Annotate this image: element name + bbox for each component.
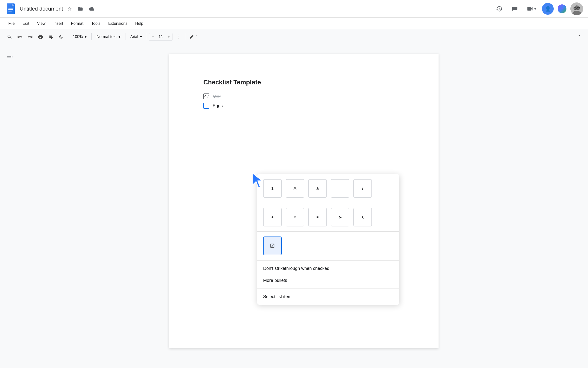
toolbar-divider-1 — [68, 33, 68, 40]
print-button[interactable] — [36, 32, 45, 41]
comments-icon — [511, 5, 518, 12]
document-content: Checklist Template ✓ Milk Eggs Bread — [203, 79, 404, 143]
decrease-font-size-button[interactable]: − — [150, 34, 155, 40]
cloud-save-button[interactable] — [87, 5, 96, 13]
zoom-value: 100% — [73, 35, 83, 39]
document-heading: Checklist Template — [203, 79, 404, 86]
bullet-star-option[interactable]: ★ — [353, 208, 372, 226]
bullet-checkbox-option[interactable]: ☑ — [263, 237, 282, 255]
comments-button[interactable] — [509, 3, 521, 15]
outline-icon — [6, 54, 13, 61]
spell-check-button[interactable] — [56, 32, 66, 41]
pencil-icon — [189, 34, 194, 39]
bullet-circle-option[interactable]: ○ — [286, 208, 304, 226]
chevron-up-icon: ⌃ — [577, 34, 581, 39]
title-bar-left: Untitled document ☆ — [5, 3, 493, 15]
bullet-disc-option[interactable]: ● — [263, 208, 282, 226]
star-icon: ☆ — [67, 6, 72, 12]
more-toolbar-options-button[interactable]: ⋮ — [173, 32, 183, 42]
increase-font-size-button[interactable]: + — [166, 34, 171, 40]
menu-format[interactable]: Format — [68, 19, 87, 28]
menu-extensions[interactable]: Extensions — [105, 19, 131, 28]
text-style-chevron-icon: ▾ — [119, 35, 120, 39]
text-style-selector[interactable]: Normal text ▾ — [94, 33, 123, 40]
bullet-numbered-option[interactable]: 1 — [263, 179, 282, 198]
toolbar-divider-4 — [147, 33, 147, 40]
outline-toggle-button[interactable] — [3, 52, 16, 66]
paint-format-button[interactable] — [46, 32, 55, 41]
spell-check-icon — [58, 34, 64, 39]
collapse-toolbar-button[interactable]: ⌃ — [576, 32, 583, 41]
bullet-arrow-option[interactable]: ➤ — [331, 208, 349, 226]
print-icon — [38, 34, 43, 39]
undo-button[interactable] — [15, 32, 24, 41]
font-size-area: − + — [149, 33, 173, 41]
checkbox-milk[interactable]: ✓ — [203, 93, 209, 99]
more-bullets-option[interactable]: More bullets — [257, 275, 399, 287]
history-icon — [496, 5, 502, 12]
bullet-lower-alpha-option[interactable]: a — [308, 179, 327, 198]
history-button[interactable] — [493, 3, 505, 15]
menu-edit[interactable]: Edit — [19, 19, 33, 28]
text-style-value: Normal text — [97, 35, 117, 39]
user-avatar-icon — [570, 2, 583, 15]
numbered-bullet-icon: 1 — [271, 186, 274, 191]
docs-logo-icon — [5, 3, 17, 15]
star-button[interactable]: ☆ — [66, 4, 73, 13]
menu-insert[interactable]: Insert — [50, 19, 67, 28]
font-size-input[interactable] — [156, 35, 166, 39]
list-item: ✓ Milk — [203, 93, 404, 99]
select-list-item-label: Select list item — [263, 294, 292, 299]
share-button[interactable]: 👤 — [542, 3, 554, 15]
more-bullets-label: More bullets — [263, 278, 287, 283]
redo-icon — [27, 34, 33, 39]
svg-rect-4 — [8, 9, 13, 10]
toolbar: 100% ▾ Normal text ▾ Arial ▾ − + ⋮ ⌃ ⌃ — [0, 29, 588, 44]
menu-options-section: Don't strikethrough when checked More bu… — [257, 261, 399, 289]
no-strikethrough-option[interactable]: Don't strikethrough when checked — [257, 263, 399, 275]
select-list-item-option[interactable]: Select list item — [257, 291, 399, 303]
gemini-button[interactable]: ✦ — [558, 4, 566, 13]
folder-icon — [78, 6, 83, 12]
menu-view[interactable]: View — [34, 19, 49, 28]
svg-rect-5 — [8, 11, 12, 12]
document-area: Checklist Template ✓ Milk Eggs Bread — [0, 44, 588, 368]
redo-button[interactable] — [25, 32, 35, 41]
search-button[interactable] — [5, 32, 14, 41]
document-title: Untitled document — [20, 6, 63, 12]
paint-format-icon — [48, 34, 53, 39]
check-mark-icon: ✓ — [203, 94, 206, 99]
meet-button[interactable]: ▾ — [525, 3, 538, 14]
checkbox-eggs[interactable] — [203, 103, 209, 109]
bullet-upper-roman-option[interactable]: I — [331, 179, 349, 198]
item-eggs-text: Eggs — [213, 103, 223, 108]
move-to-folder-button[interactable] — [76, 5, 85, 13]
circle-bullet-icon: ○ — [294, 215, 296, 219]
document-page: Checklist Template ✓ Milk Eggs Bread — [169, 54, 439, 348]
bullet-square-option[interactable]: ■ — [308, 208, 327, 226]
svg-rect-1 — [7, 3, 15, 14]
title-bar: Untitled document ☆ — [0, 0, 588, 18]
numbered-bullets-row: 1 A a I i — [257, 174, 399, 203]
menu-file[interactable]: File — [5, 19, 18, 28]
outline-panel — [0, 44, 20, 368]
zoom-chevron-icon: ▾ — [85, 35, 86, 39]
bullet-upper-alpha-option[interactable]: A — [286, 179, 304, 198]
upper-alpha-bullet-icon: A — [294, 186, 296, 191]
menu-help[interactable]: Help — [132, 19, 147, 28]
edit-mode-button[interactable]: ⌃ — [187, 32, 200, 41]
user-avatar[interactable] — [570, 2, 583, 15]
bullet-lower-roman-option[interactable]: i — [353, 179, 372, 198]
item-milk-text: Milk — [213, 94, 220, 99]
font-selector[interactable]: Arial ▾ — [127, 33, 145, 40]
page-area[interactable]: Checklist Template ✓ Milk Eggs Bread — [20, 44, 588, 368]
menu-tools[interactable]: Tools — [88, 19, 104, 28]
kebab-icon: ⋮ — [175, 34, 181, 40]
no-strikethrough-label: Don't strikethrough when checked — [263, 266, 330, 271]
add-person-icon: 👤 — [545, 6, 551, 12]
title-bar-right: ▾ 👤 ✦ — [493, 2, 583, 15]
zoom-selector[interactable]: 100% ▾ — [70, 33, 89, 40]
symbol-bullets-row: ● ○ ■ ➤ ★ — [257, 203, 399, 232]
square-bullet-icon: ■ — [317, 215, 318, 219]
svg-rect-3 — [8, 8, 13, 9]
